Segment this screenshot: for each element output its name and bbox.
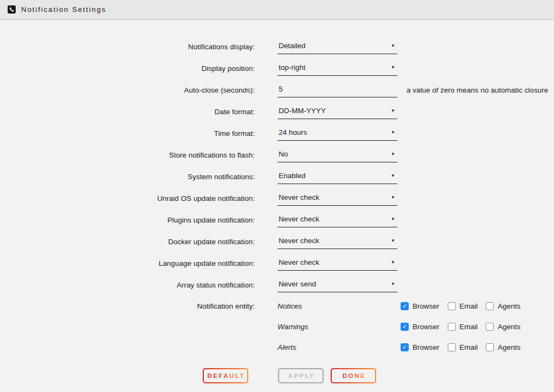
select-value: Never send: [279, 280, 316, 288]
entity-name-notices: Notices: [278, 302, 401, 310]
dropdown-arrow-icon: ▼: [391, 66, 395, 70]
done-button-label: DONE: [341, 373, 366, 379]
language-update-notification-select[interactable]: Never check▼: [278, 256, 397, 271]
field-label-language-update-notification: Language update notification:: [0, 259, 255, 267]
alerts-agents-checkbox-group: Agents: [486, 343, 520, 351]
apply-button-label: APPLY: [287, 373, 315, 379]
time-format-select[interactable]: 24 hours▼: [278, 126, 397, 141]
field-control: Enabled▼: [278, 169, 397, 184]
page-title: Notification Settings: [21, 5, 106, 14]
settings-form: Notifications display:Detailed▼Display p…: [0, 36, 554, 357]
checkbox-label: Agents: [498, 302, 520, 310]
field-control: Never check▼: [278, 212, 397, 227]
field-label-display-position: Display position:: [0, 64, 255, 73]
checkbox-label: Browser: [413, 323, 440, 331]
notification-settings-page: Notification Settings Notifications disp…: [0, 0, 554, 383]
array-status-notification-select[interactable]: Never send▼: [278, 277, 397, 292]
select-value: Never check: [279, 193, 319, 201]
checkbox-groups: ✓BrowserEmailAgents: [401, 323, 520, 331]
form-row-time-format: Time format:24 hours▼: [0, 122, 554, 144]
checkbox-label: Email: [460, 302, 478, 310]
field-control: Never check▼: [278, 191, 397, 206]
alerts-agents-checkbox[interactable]: [486, 343, 494, 351]
field-label-date-format: Date format:: [0, 108, 255, 116]
alerts-email-checkbox-group: Email: [448, 343, 478, 351]
notices-browser-checkbox[interactable]: ✓: [401, 302, 409, 310]
checkbox-label: Browser: [413, 343, 440, 351]
auto-close-seconds-input[interactable]: [278, 82, 397, 97]
page-header: Notification Settings: [0, 0, 554, 20]
alerts-email-checkbox[interactable]: [448, 343, 456, 351]
field-label-auto-close-seconds: Auto-close (seconds):: [0, 86, 255, 94]
field-control: Detailed▼: [278, 39, 397, 54]
warnings-email-checkbox[interactable]: [448, 323, 456, 331]
apply-button-face: APPLY: [279, 369, 323, 382]
entity-row-warnings: Warnings✓BrowserEmailAgents: [0, 316, 554, 337]
dropdown-arrow-icon: ▼: [391, 260, 395, 265]
field-label-unraid-os-update-notification: Unraid OS update notification:: [0, 194, 255, 202]
field-note: a value of zero means no automatic closu…: [407, 86, 548, 94]
field-label-plugins-update-notification: Plugins update notification:: [0, 216, 255, 224]
field-label-store-notifications-to-flash: Store notifications to flash:: [0, 151, 255, 159]
unraid-os-update-notification-select[interactable]: Never check▼: [278, 191, 397, 206]
select-value: Enabled: [279, 172, 306, 180]
field-control: top-right▼: [278, 61, 397, 76]
checkbox-label: Agents: [498, 323, 520, 331]
display-position-select[interactable]: top-right▼: [278, 61, 397, 76]
field-label-time-format: Time format:: [0, 129, 255, 138]
dropdown-arrow-icon: ▼: [391, 239, 395, 243]
field-label-docker-update-notification: Docker update notification:: [0, 238, 255, 246]
system-notifications-select[interactable]: Enabled▼: [278, 169, 397, 184]
form-row-docker-update-notification: Docker update notification:Never check▼: [0, 231, 554, 252]
field-label-notifications-display: Notifications display:: [0, 43, 255, 51]
notices-agents-checkbox[interactable]: [486, 302, 494, 310]
checkbox-label: Email: [460, 323, 478, 331]
warnings-agents-checkbox-group: Agents: [486, 323, 520, 331]
notices-email-checkbox-group: Email: [448, 302, 478, 310]
entity-name-alerts: Alerts: [278, 343, 401, 351]
form-row-auto-close-seconds: Auto-close (seconds):a value of zero mea…: [0, 79, 554, 101]
alerts-browser-checkbox-group: ✓Browser: [401, 343, 440, 351]
dropdown-arrow-icon: ▼: [391, 282, 395, 286]
store-notifications-to-flash-select[interactable]: No▼: [278, 147, 397, 162]
form-row-language-update-notification: Language update notification:Never check…: [0, 252, 554, 274]
dropdown-arrow-icon: ▼: [391, 152, 395, 156]
field-control: No▼: [278, 147, 397, 162]
field-control: Never check▼: [278, 234, 397, 249]
docker-update-notification-select[interactable]: Never check▼: [278, 234, 397, 249]
field-control: 24 hours▼: [278, 126, 397, 141]
select-value: No: [279, 150, 288, 158]
select-value: Never check: [279, 258, 319, 266]
checkbox-label: Agents: [498, 343, 520, 351]
form-row-unraid-os-update-notification: Unraid OS update notification:Never chec…: [0, 187, 554, 209]
notifications-display-select[interactable]: Detailed▼: [278, 39, 397, 54]
date-format-select[interactable]: DD-MM-YYYY▼: [278, 104, 397, 119]
form-row-array-status-notification: Array status notification:Never send▼: [0, 274, 554, 296]
entity-name-warnings: Warnings: [278, 323, 401, 331]
apply-button[interactable]: APPLY: [278, 368, 324, 383]
done-button[interactable]: DONE: [331, 368, 376, 383]
alerts-browser-checkbox[interactable]: ✓: [401, 343, 409, 351]
dropdown-arrow-icon: ▼: [391, 217, 395, 221]
notices-agents-checkbox-group: Agents: [486, 302, 520, 310]
notices-browser-checkbox-group: ✓Browser: [401, 302, 440, 310]
warnings-agents-checkbox[interactable]: [486, 323, 494, 331]
warnings-browser-checkbox[interactable]: ✓: [401, 323, 409, 331]
field-control: Never check▼: [278, 256, 397, 271]
dropdown-arrow-icon: ▼: [391, 195, 395, 200]
notices-email-checkbox[interactable]: [448, 302, 456, 310]
plugins-update-notification-select[interactable]: Never check▼: [278, 212, 397, 227]
button-row: DEFAULT APPLY DONE: [203, 368, 554, 383]
checkbox-label: Browser: [413, 302, 440, 310]
field-label-notification-entity: Notification entity:: [0, 302, 255, 310]
dropdown-arrow-icon: ▼: [391, 109, 395, 113]
dropdown-arrow-icon: ▼: [391, 44, 395, 48]
default-button[interactable]: DEFAULT: [203, 368, 248, 383]
select-value: top-right: [279, 63, 306, 71]
form-row-notifications-display: Notifications display:Detailed▼: [0, 36, 554, 57]
select-value: 24 hours: [279, 128, 307, 136]
entity-row-notices: Notification entity:Notices✓BrowserEmail…: [0, 296, 554, 316]
form-row-system-notifications: System notifications:Enabled▼: [0, 166, 554, 187]
done-button-face: DONE: [332, 369, 375, 382]
default-button-label: DEFAULT: [206, 373, 245, 379]
